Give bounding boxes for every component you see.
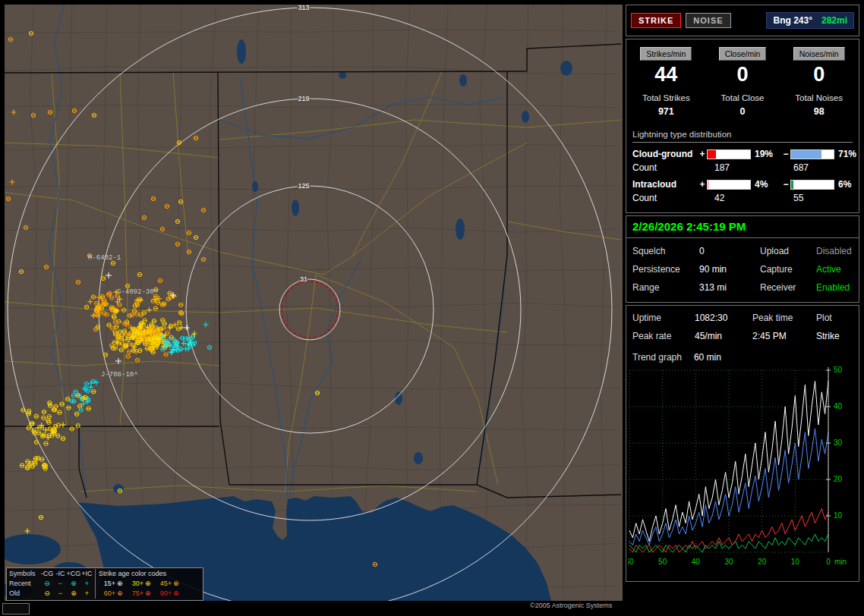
storm-cell-label: J-708-10^ [101,371,138,379]
age-code-label: 15+ [99,579,115,589]
lightning-distribution: Lightning type distribution Cloud-ground… [626,127,859,212]
legend-col--CG: -CG [39,569,55,579]
persistence-label: Persistence [632,264,699,275]
trend-graph: 50403020106050403020100min [628,366,859,580]
upload-status: Disabled [816,246,853,256]
taskbar-item[interactable] [2,603,30,614]
uptime-label: Uptime [632,313,695,323]
trend-y-label: 10 [834,511,843,520]
cg-minus-icon: ⊖ [39,579,55,589]
ic-minus-icon: − [55,579,66,589]
legend-col--IC: -IC [55,569,66,579]
legend-age-title: Strike age color codes [95,569,166,579]
range-ring-label: 219 [298,95,309,102]
strikes-per-min-value: 44 [628,63,705,86]
close-per-min-chip[interactable]: Close/min [719,47,767,61]
legend-row-Recent: Recent ⊖ − ⊕ + 15+⊕30+⊕45+⊕ [9,579,200,589]
noises-column: Noises/min 0 Total Noises 98 [780,46,857,117]
legend-header-row: Symbols-CG-IC+CG+ICStrike age color code… [9,569,200,579]
total-strikes-value: 971 [628,106,705,117]
bearing-value: Bng 243° [773,15,812,26]
age-code-label: 30+ [127,579,143,589]
ic-minus-icon: − [55,589,66,599]
close-per-min-value: 0 [705,63,781,86]
trend-y-label: 20 [834,475,843,483]
age-code-label: 90+ [155,589,172,599]
trend-y-label: 40 [834,402,843,410]
legend-symbols-title: Symbols [9,569,39,579]
storm-cell-label: G-4092-30^ [117,288,158,296]
peak-time-label: Peak time [752,313,816,323]
cg-minus-icon: ⊖ [39,589,55,599]
trend-y-label: 50 [834,366,843,374]
cg-plus-bar [707,149,751,159]
rate-grid: Strikes/min 44 Total Strikes 971 Close/m… [626,39,859,118]
age-code-icon: ⊕ [145,589,155,599]
noise-mode-button[interactable]: NOISE [686,13,730,28]
total-close-value: 0 [705,106,781,117]
cg-minus-count: 687 [783,162,864,173]
cg-plus-percent: 19% [751,149,781,159]
trend-x-label: 20 [758,558,767,566]
datetime-display: 2/26/2026 2:45:19 PM [626,216,859,238]
noises-per-min-chip[interactable]: Noises/min [793,47,845,61]
legend-row-Old: Old ⊖ − ⊕ + 60+⊕75+⊕90+⊕ [9,589,200,599]
map-view[interactable]: 31125219313M-6402-1G-4092-30^J-708-10^ S… [5,5,623,601]
ic-plus-bar [707,180,751,190]
range-value: 313 mi [699,282,760,293]
strikes-per-min-chip[interactable]: Strikes/min [640,47,692,61]
legend-age-codes: 60+⊕75+⊕90+⊕ [95,589,183,599]
uptime-stats-grid: Uptime 1082:30 Peak time Plot Peak rate … [626,306,859,343]
squelch-value: 0 [699,246,760,256]
count-label: Count [632,193,698,203]
upload-label: Upload [760,246,816,256]
legend-col-+CG: +CG [66,569,81,579]
ic-minus-count: 55 [783,193,864,203]
bearing-display: Bng 243° 282mi [766,12,854,29]
ic-plus-icon: + [81,589,93,599]
close-column: Close/min 0 Total Close 0 [705,46,781,117]
cg-minus-bar [790,149,834,159]
age-code-icon: ⊕ [173,579,183,589]
ic-plus-count: 42 [698,193,783,203]
peak-time-value: 2:45 PM [752,331,816,341]
status-section: 2/26/2026 2:45:19 PM Squelch 0 Upload Di… [626,215,859,303]
config-grid: Squelch 0 Upload Disabled Persistence 90… [626,238,859,302]
trend-section: Uptime 1082:30 Peak time Plot Peak rate … [626,305,859,582]
total-strikes-label: Total Strikes [628,93,705,102]
cloud-ground-label: Cloud-ground [632,149,698,159]
trend-x-label: 40 [692,558,701,566]
rates-section: Strikes/min 44 Total Strikes 971 Close/m… [626,39,859,213]
trend-x-label: 0 [826,558,831,566]
legend-row-label: Old [9,589,39,599]
intracloud-count-row: Count 42 55 [632,193,853,203]
range-label: Range [632,282,699,293]
capture-status: Active [816,264,853,275]
minus-sign: − [781,149,790,159]
trend-graph-header: Trend graph 60 min [626,343,859,363]
map-legend: Symbols-CG-IC+CG+ICStrike age color code… [6,567,203,601]
cloud-ground-count-row: Count 187 687 [632,162,853,173]
trend-graph-label: Trend graph [632,352,682,363]
ic-plus-percent: 4% [751,179,781,190]
ic-plus-icon: + [81,579,93,589]
trend-x-unit: min [834,558,847,566]
count-label: Count [632,162,698,173]
squelch-label: Squelch [632,246,699,256]
lightning-map[interactable]: 31125219313M-6402-1G-4092-30^J-708-10^ [5,5,623,601]
total-close-label: Total Close [705,93,781,102]
strike-mode-button[interactable]: STRIKE [631,13,681,28]
plus-sign: + [698,179,707,190]
bearing-distance: 282mi [821,15,847,26]
cloud-ground-row: Cloud-ground + 19% − 71% [632,149,853,159]
receiver-label: Receiver [760,282,816,293]
trend-y-label: 30 [834,438,843,447]
noises-per-min-value: 0 [780,63,857,86]
age-code-label: 60+ [99,589,115,599]
trend-x-label: 30 [724,558,733,566]
age-code-icon: ⊕ [173,589,183,599]
plot-value: Strike [816,331,853,341]
legend-row-label: Recent [9,579,39,589]
uptime-value: 1082:30 [695,313,752,323]
age-code-label: 75+ [127,589,143,599]
